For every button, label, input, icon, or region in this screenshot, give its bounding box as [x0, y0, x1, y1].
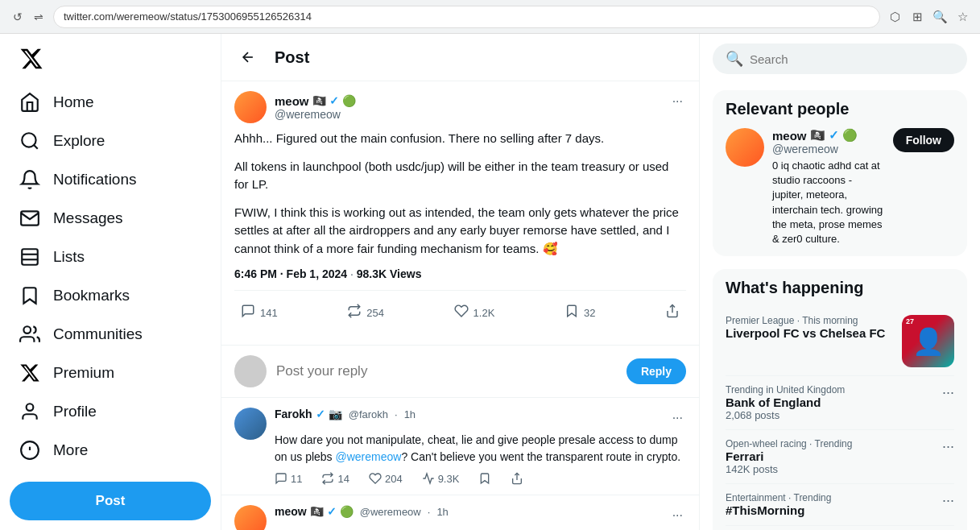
meow2-verified: ✓	[327, 505, 337, 518]
trending-more-3[interactable]: ···	[942, 492, 954, 509]
comment-share-1[interactable]	[511, 472, 523, 485]
share-action[interactable]	[659, 300, 686, 325]
post-button[interactable]: Post	[10, 482, 211, 520]
sidebar-item-more[interactable]: More	[10, 432, 211, 469]
comment-like-1[interactable]: 204	[369, 472, 403, 485]
trending-more-1[interactable]: ···	[942, 384, 954, 401]
search-input-wrap[interactable]: 🔍	[713, 43, 967, 74]
trending-count-2: 142K posts	[726, 463, 942, 475]
follow-button[interactable]: Follow	[893, 128, 954, 152]
sidebar: Home Explore Notifications Messages	[0, 34, 221, 530]
bookmark-tweet-icon	[564, 304, 579, 322]
sidebar-item-label: Profile	[53, 403, 97, 420]
tweet-body: Ahhh... Figured out the main confusion. …	[234, 130, 686, 258]
explore-icon	[19, 130, 40, 151]
retweet-icon	[347, 304, 362, 322]
svg-rect-2	[22, 249, 38, 265]
relevant-avatar	[726, 128, 764, 167]
whats-happening-title: What's happening	[726, 279, 954, 297]
bookmark-icon[interactable]: ☆	[954, 9, 970, 25]
sidebar-item-home[interactable]: Home	[10, 84, 211, 121]
comment-avatar-2	[234, 505, 267, 530]
message-icon	[19, 208, 40, 229]
reply-submit-button[interactable]: Reply	[626, 358, 686, 384]
back-button[interactable]	[234, 43, 262, 71]
comment-bookmark-1[interactable]	[478, 472, 491, 485]
comment-more-2[interactable]: ···	[669, 505, 686, 526]
zoom-icon[interactable]: 🔍	[932, 9, 948, 25]
bell-icon	[19, 169, 40, 190]
like-action[interactable]: 1.2K	[448, 300, 502, 325]
bookmark-nav-icon	[19, 285, 40, 306]
sidebar-item-notifications[interactable]: Notifications	[10, 161, 211, 198]
bookmark-action[interactable]: 32	[558, 300, 602, 325]
sidebar-item-label: Communities	[53, 325, 143, 343]
tweet-more-button[interactable]: ···	[669, 91, 686, 112]
comment-body-1: How dare you not manipulate, cheat, lie …	[275, 432, 686, 466]
trending-name-2: Ferrari	[726, 449, 942, 463]
farokh-badge: 📷	[329, 408, 342, 420]
sidebar-item-lists[interactable]: Lists	[10, 238, 211, 275]
reload-icon[interactable]: ↺	[10, 9, 26, 25]
profile-icon	[19, 401, 40, 422]
trending-more-2[interactable]: ···	[942, 438, 954, 455]
comment-more-1[interactable]: ···	[669, 408, 686, 429]
comment-retweet-1[interactable]: 14	[321, 472, 349, 485]
trending-count-1: 2,068 posts	[726, 409, 942, 421]
comment-reply-1[interactable]: 11	[275, 472, 302, 485]
mention-link[interactable]: @weremeow	[336, 450, 402, 463]
sidebar-item-bookmarks[interactable]: Bookmarks	[10, 277, 211, 314]
comment-header-1: Farokh ✓ 📷 @farokh · 1h ···	[275, 408, 686, 429]
home-icon	[19, 92, 40, 113]
sidebar-item-messages[interactable]: Messages	[10, 200, 211, 237]
trending-item-3: Entertainment · Trending #ThisMorning ··…	[726, 484, 954, 526]
retweet-action[interactable]: 254	[341, 300, 391, 325]
heart-icon	[454, 304, 469, 322]
comment-avatar-1	[234, 408, 267, 440]
cast-icon[interactable]: ⬡	[887, 9, 903, 25]
logo[interactable]	[10, 40, 211, 81]
comment-actions-1: 11 14 204 9.3K	[275, 472, 686, 485]
farokh-verified: ✓	[316, 408, 325, 420]
search-bar: 🔍	[713, 40, 967, 77]
right-sidebar: 🔍 Relevant people meow 🏴‍☠️ ✓ 🟢 @weremeo…	[700, 34, 980, 530]
trending-category-1: Trending in United Kingdom	[726, 384, 942, 395]
rel-pirate: 🏴‍☠️	[810, 128, 825, 143]
reply-icon	[241, 304, 255, 322]
author-handle: @weremeow	[275, 108, 356, 121]
meow2-pirate: 🏴‍☠️	[310, 505, 324, 518]
search-input[interactable]	[750, 52, 954, 66]
main-tweet: meow 🏴‍☠️ ✓ 🟢 @weremeow ··· Ahhh... Figu…	[221, 81, 699, 346]
person-info: meow 🏴‍☠️ ✓ 🟢 @weremeow 0 iq chaotic adh…	[772, 128, 885, 246]
url-text: twitter.com/weremeow/status/175300695512…	[64, 10, 312, 23]
sidebar-item-profile[interactable]: Profile	[10, 393, 211, 430]
sidebar-item-communities[interactable]: Communities	[10, 316, 211, 353]
person-handle: @weremeow	[772, 143, 885, 155]
relevant-title: Relevant people	[726, 100, 954, 118]
trending-left-2: Open-wheel racing · Trending Ferrari 142…	[726, 438, 942, 475]
sidebar-item-label: Home	[53, 93, 94, 111]
sidebar-item-explore[interactable]: Explore	[10, 122, 211, 159]
comment-tweet-1: Farokh ✓ 📷 @farokh · 1h ··· How dare you…	[221, 398, 699, 495]
comment-name-1: Farokh ✓ 📷	[275, 408, 342, 420]
url-bar[interactable]: twitter.com/weremeow/status/175300695512…	[53, 6, 880, 28]
sidebar-item-label: More	[53, 441, 88, 459]
whats-happening-section: What's happening Premier League · This m…	[713, 269, 967, 530]
person-bio: 0 iq chaotic adhd cat at studio raccoons…	[772, 159, 885, 246]
liverpool-image: 👤 27	[902, 315, 954, 367]
meow2-badge: 🟢	[340, 505, 354, 518]
reply-avatar	[234, 355, 267, 387]
trending-item-0: Premier League · This morning Liverpool …	[726, 307, 954, 376]
reply-action[interactable]: 141	[234, 300, 284, 325]
nav-icon[interactable]: ⇌	[31, 9, 47, 25]
trending-item-1: Trending in United Kingdom Bank of Engla…	[726, 376, 954, 430]
comment-handle-1: @farokh	[349, 408, 388, 420]
verified-badge: ✓	[329, 94, 339, 107]
player-icon: 👤	[912, 326, 945, 357]
reply-input[interactable]	[276, 363, 617, 379]
reply-box: Reply	[221, 346, 699, 398]
relevant-person: meow 🏴‍☠️ ✓ 🟢 @weremeow 0 iq chaotic adh…	[726, 128, 954, 246]
translate-icon[interactable]: ⊞	[909, 9, 925, 25]
tweet-body-line3: FWIW, I think this is working out as int…	[234, 204, 686, 259]
sidebar-item-premium[interactable]: Premium	[10, 354, 211, 391]
